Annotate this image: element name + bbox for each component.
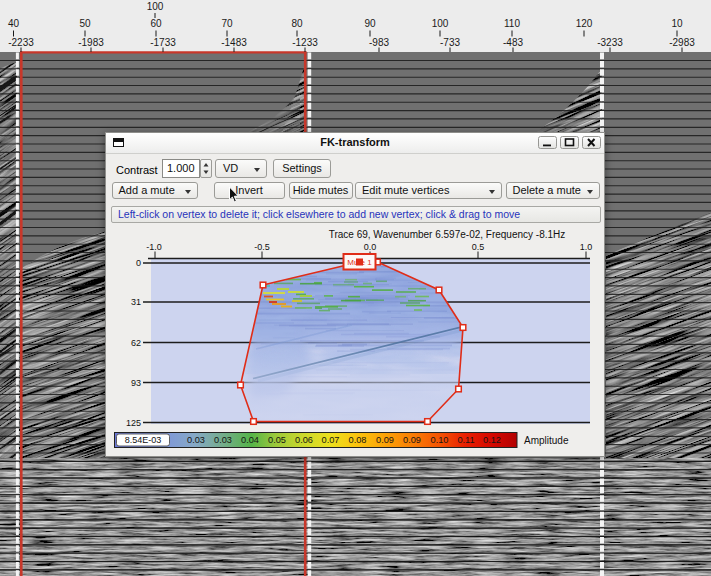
svg-text:-483: -483 (503, 37, 523, 48)
svg-text:62: 62 (131, 338, 141, 348)
svg-text:0.10: 0.10 (431, 435, 449, 445)
svg-text:Amplitude: Amplitude (524, 435, 569, 446)
svg-text:-1233: -1233 (292, 37, 318, 48)
svg-text:-0.5: -0.5 (254, 242, 270, 252)
svg-text:8.54E-03: 8.54E-03 (125, 435, 162, 445)
svg-text:70: 70 (221, 18, 233, 29)
svg-text:-1483: -1483 (221, 37, 247, 48)
svg-text:0.07: 0.07 (322, 435, 340, 445)
svg-text:31: 31 (131, 297, 141, 307)
svg-text:50: 50 (79, 18, 91, 29)
svg-text:0.11: 0.11 (457, 435, 474, 445)
svg-text:60: 60 (150, 18, 162, 29)
svg-text:-1733: -1733 (150, 37, 176, 48)
svg-text:0.05: 0.05 (268, 435, 286, 445)
svg-text:-1.0: -1.0 (146, 242, 162, 252)
svg-text:Trace 69, Wavenumber 6.597e-02: Trace 69, Wavenumber 6.597e-02, Frequenc… (329, 229, 566, 240)
svg-text:0: 0 (136, 258, 141, 268)
svg-text:0.04: 0.04 (241, 435, 259, 445)
svg-text:-1983: -1983 (78, 37, 104, 48)
svg-text:0.06: 0.06 (295, 435, 313, 445)
svg-text:-2983: -2983 (669, 37, 695, 48)
svg-text:0.09: 0.09 (376, 435, 394, 445)
svg-text:0.09: 0.09 (403, 435, 421, 445)
svg-text:90: 90 (364, 18, 376, 29)
svg-text:0.5: 0.5 (472, 242, 485, 252)
svg-text:100: 100 (432, 18, 449, 29)
svg-text:-2233: -2233 (8, 37, 34, 48)
svg-text:-3233: -3233 (597, 37, 623, 48)
svg-text:-733: -733 (440, 37, 460, 48)
svg-text:0.0: 0.0 (364, 242, 377, 252)
svg-text:0.03: 0.03 (187, 435, 205, 445)
svg-text:0.03: 0.03 (214, 435, 232, 445)
svg-text:80: 80 (291, 18, 303, 29)
svg-text:-983: -983 (369, 37, 389, 48)
svg-text:10: 10 (671, 18, 683, 29)
svg-text:1.0: 1.0 (580, 242, 593, 252)
svg-text:110: 110 (504, 18, 520, 29)
svg-text:120: 120 (576, 18, 593, 29)
svg-text:100: 100 (147, 1, 164, 12)
svg-text:0.12: 0.12 (483, 435, 501, 445)
svg-text:125: 125 (126, 418, 141, 428)
svg-text:40: 40 (8, 18, 20, 29)
svg-text:93: 93 (131, 378, 141, 388)
svg-text:0.08: 0.08 (349, 435, 367, 445)
